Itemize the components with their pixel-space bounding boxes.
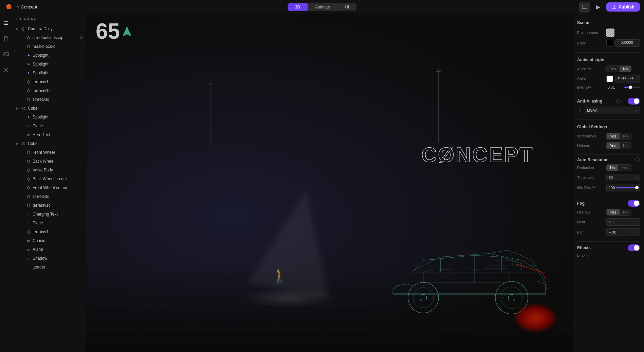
scene-color-value[interactable]: # 000000 — [615, 39, 640, 47]
helpers-no-btn[interactable]: No — [620, 143, 631, 149]
reduction-no-btn[interactable]: No — [607, 165, 618, 171]
tree-item-front-wheel-no-ani[interactable]: ⬡ Front Wheel no ani — [12, 183, 86, 192]
tree-item-plane-1[interactable]: ▭ Plane — [12, 122, 86, 130]
fog-toggle[interactable] — [628, 200, 640, 207]
wireframes-toggle[interactable]: Yes No — [606, 133, 631, 140]
expand-icon — [20, 194, 24, 199]
tree-item-front-wheel[interactable]: ⬡ Front Wheel — [12, 148, 86, 157]
expand-icon[interactable]: ▶ — [15, 106, 20, 111]
tree-item-maskblack[interactable]: ⬡ maskblack-c — [12, 42, 86, 51]
tree-item-back-wheel[interactable]: ⬡ Back Wheel — [12, 157, 86, 166]
tree-item-spotlight-4[interactable]: ✦ Spotlight — [12, 113, 86, 122]
ambient-color-value[interactable]: # FFFFFF — [615, 75, 640, 82]
app-logo[interactable] — [4, 2, 14, 12]
toggle-knob — [634, 98, 639, 104]
image-icon[interactable] — [1, 50, 11, 59]
anti-aliasing-hint-icon[interactable]: ? — [616, 99, 621, 104]
publish-button[interactable]: Publish — [606, 2, 640, 12]
intensity-slider[interactable] — [624, 87, 640, 88]
reduction-yes-btn[interactable]: Yes — [618, 165, 631, 171]
use-bg-no-btn[interactable]: No — [620, 209, 631, 215]
file-icon[interactable] — [1, 34, 11, 43]
expand-icon[interactable]: ▶ — [15, 141, 20, 146]
use-bg-yes-btn[interactable]: Yes — [607, 209, 620, 215]
wireframes-yes-btn[interactable]: Yes — [607, 133, 620, 139]
tree-item-chasis[interactable]: ▭ Chasis — [12, 236, 86, 245]
expand-icon — [20, 132, 24, 137]
near-input[interactable]: N 5 — [606, 218, 640, 226]
expand-icon — [20, 221, 24, 225]
svg-point-33 — [408, 282, 439, 313]
ambient-no-btn[interactable]: No — [620, 66, 631, 72]
environment-picker[interactable] — [606, 29, 614, 37]
min-res-input[interactable]: 100 — [606, 184, 640, 191]
tree-item-spotlight-2[interactable]: ✦ Spotlight — [12, 60, 86, 69]
ambient-label: Ambient — [577, 67, 604, 71]
tab-ui[interactable]: UI — [337, 3, 356, 11]
far-input[interactable]: F 30 — [606, 228, 640, 236]
screen-icon-button[interactable] — [579, 2, 590, 13]
ambient-yes-btn[interactable]: Yes — [607, 66, 620, 72]
scene-tree-header: 3D Scene — [12, 14, 86, 22]
tree-item-loader[interactable]: ▭ Loader — [12, 263, 86, 272]
right-panel: Scene Environment Color # 000000 Ambient… — [573, 14, 644, 352]
expand-icon[interactable]: ▶ — [15, 26, 20, 31]
expand-icon — [20, 44, 24, 49]
chevron-down-icon: ▾ — [636, 176, 638, 179]
tree-item-volvo-body[interactable]: ⬡ Volvo Body — [12, 166, 86, 174]
settings-icon[interactable] — [1, 65, 11, 75]
tree-item-back-wheel-no-ani[interactable]: ⬡ Back Wheel no ani — [12, 174, 86, 183]
tree-item-spotlight-1[interactable]: ✦ Spotlight — [12, 51, 86, 60]
tree-item-plane-2[interactable]: ▭ Plane — [12, 219, 86, 227]
threshold-select[interactable]: 60 ▾ — [606, 174, 640, 181]
expand-icon — [20, 79, 24, 84]
canvas-3d-viewport[interactable]: 🚶 65 — [86, 14, 573, 352]
tree-item-streetoutlines[interactable]: ⬡ streetoutlinessep... ⛓ — [12, 33, 86, 42]
tree-item-cube-1[interactable]: ▶ ⬡ Cube — [12, 104, 86, 113]
wireframes-no-btn[interactable]: No — [620, 133, 631, 139]
min-res-slider[interactable] — [616, 187, 638, 188]
expand-icon — [20, 124, 24, 128]
effects-title: Effects — [577, 245, 626, 250]
tree-item-terrain-3[interactable]: ⬡ terrainv1c — [12, 201, 86, 210]
layers-icon[interactable] — [1, 18, 11, 28]
auto-resolution-hint-icon[interactable]: ? — [635, 158, 640, 162]
progress-indicator: 65 — [96, 20, 132, 42]
ambient-color-picker[interactable] — [606, 75, 613, 82]
tree-item-spotlight-3[interactable]: ✦ Spotlight — [12, 69, 86, 77]
tree-item-hero-text[interactable]: ▭ Hero Text — [12, 130, 86, 139]
tree-item-label: Front Wheel no ani — [33, 185, 83, 190]
reduction-toggle[interactable]: No Yes — [606, 164, 631, 171]
play-button[interactable]: ▶ — [593, 2, 604, 13]
tree-item-cube-2[interactable]: ▶ ⬡ Cube — [12, 139, 86, 148]
tree-item-label: Spotlight — [33, 62, 83, 67]
tree-item-label: Shadow — [33, 256, 83, 261]
tree-item-terrain-4[interactable]: ⬡ terrainv1c — [12, 227, 86, 236]
anti-aliasing-toggle[interactable] — [628, 98, 640, 105]
tree-item-terrain-1[interactable]: ⬡ terrainv1c — [12, 77, 86, 86]
settings-adjust-icon[interactable]: ⇄ — [577, 108, 583, 113]
svg-rect-3 — [584, 8, 586, 9]
divider-5 — [577, 197, 640, 197]
canvas-area[interactable]: 🚶 65 — [86, 14, 573, 352]
tree-item-terrain-2[interactable]: ⬡ terrainv1c — [12, 86, 86, 95]
tab-animate[interactable]: Animate — [308, 3, 337, 11]
tree-item-shadow[interactable]: ▭ Shadow — [12, 254, 86, 263]
svg-point-38 — [508, 294, 515, 301]
effects-header-row: Effects — [577, 244, 640, 251]
tree-item-charging-text[interactable]: ▭ Charging Text — [12, 210, 86, 219]
tab-3d[interactable]: 3D — [288, 3, 308, 11]
tree-item-streetv3c-2[interactable]: ⬡ streetv3c — [12, 192, 86, 201]
tree-item-camera-dolly[interactable]: ▶ ⬡ Camera Dolly — [12, 24, 86, 33]
use-bg-toggle[interactable]: Yes No — [606, 209, 631, 216]
effects-toggle[interactable] — [628, 244, 640, 251]
helpers-toggle[interactable]: Yes No — [606, 142, 631, 149]
spotlight-cone — [248, 183, 346, 297]
ambient-toggle[interactable]: Yes No — [606, 66, 631, 72]
tree-item-alarm[interactable]: ▭ Alarm — [12, 245, 86, 254]
scene-color-picker[interactable] — [606, 40, 613, 47]
aa-type-select[interactable]: MSAA ▾ — [585, 107, 640, 114]
helpers-yes-btn[interactable]: Yes — [607, 143, 620, 149]
tree-item-streetv3c[interactable]: ⬡ streetv3c — [12, 95, 86, 104]
divider-1 — [577, 52, 640, 53]
